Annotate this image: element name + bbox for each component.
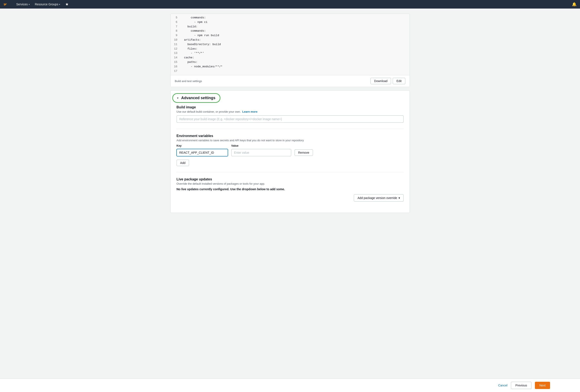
services-label: Services [16,2,28,6]
code-line: 17 [171,69,410,74]
line-number: 16 [171,65,181,69]
line-content: - npm ci [181,20,208,25]
code-line: 13 - '**/*' [171,51,410,56]
env-key-input[interactable] [177,149,228,156]
code-line: 8 commands: [171,29,410,33]
svg-text:aws: aws [4,3,7,5]
download-button[interactable]: Download [371,78,391,84]
build-image-desc: Use our default build container, or prov… [177,110,404,113]
live-package-updates-desc: Override the default installed versions … [177,182,404,185]
value-column-label: Value [231,144,291,147]
env-vars-header: Key Value [177,144,404,147]
line-content: - npm run build [181,33,219,38]
env-variables-desc: Add environment variables to save secret… [177,139,404,142]
learn-more-link[interactable]: Learn more [242,110,257,113]
env-variable-row: Remove [177,149,404,156]
line-content: build: [181,25,198,29]
env-value-input[interactable] [231,149,291,156]
services-chevron-icon: ▾ [29,3,30,5]
line-number: 17 [171,69,181,74]
add-package-container: Add package version override ▾ [177,194,404,202]
line-content: baseDirectory: build [181,42,221,47]
no-live-updates-text: No live updates currently configured. Us… [177,187,404,191]
aws-logo-icon[interactable]: aws [3,2,11,7]
live-package-updates-title: Live package updates [177,177,404,181]
line-number: 11 [171,42,181,47]
code-line: 15 paths: [171,60,410,65]
code-line: 10 artifacts: [171,38,410,42]
line-number: 12 [171,47,181,51]
line-number: 7 [171,25,181,29]
services-nav[interactable]: Services ▾ [16,2,30,6]
key-column-label: Key [177,144,228,147]
bell-icon[interactable]: 🔔 [572,2,577,7]
pin-icon[interactable]: ★ [65,2,69,7]
build-image-title: Build image [177,105,404,109]
code-line: 9 - npm run build [171,33,410,38]
add-package-dropdown-icon: ▾ [399,196,400,200]
live-package-updates-section: Live package updates Override the defaul… [177,177,404,202]
build-image-section: Build image Use our default build contai… [177,105,404,123]
next-button[interactable]: Next [535,382,550,389]
line-content: files: [181,47,198,51]
navbar: aws Services ▾ Resource Groups ▾ ★ 🔔 [0,0,580,8]
divider-1 [177,129,404,129]
line-content: commands: [181,16,206,20]
build-image-desc-text: Use our default build container, or prov… [177,110,241,113]
line-content: - node_modules/**/* [181,65,223,69]
line-number: 8 [171,29,181,33]
env-variables-section: Environment variables Add environment va… [177,134,404,166]
code-line: 6 - npm ci [171,20,410,25]
page-wrapper: 5 commands:6 - npm ci7 build:8 commands:… [141,14,440,233]
code-line: 7 build: [171,25,410,29]
line-number: 14 [171,56,181,60]
advanced-settings-card: ▼ Advanced settings Build image Use our … [170,90,410,213]
line-content: commands: [181,29,206,33]
line-number: 6 [171,20,181,25]
line-number: 15 [171,60,181,65]
line-number: 13 [171,51,181,56]
resource-groups-chevron-icon: ▾ [59,3,60,5]
env-variables-title: Environment variables [177,134,404,138]
build-settings-bar: Build and test settings Download Edit [171,75,410,87]
code-line: 11 baseDirectory: build [171,42,410,47]
edit-button[interactable]: Edit [393,78,405,84]
build-image-input[interactable] [177,116,404,123]
advanced-settings-header[interactable]: ▼ Advanced settings [177,96,215,100]
build-settings-label: Build and test settings [175,80,202,83]
add-button[interactable]: Add [177,160,189,166]
line-content: cache: [181,56,194,60]
code-line: 14 cache: [171,56,410,60]
line-number: 9 [171,33,181,38]
resource-groups-label: Resource Groups [35,2,58,6]
line-content: paths: [181,60,198,65]
resource-groups-nav[interactable]: Resource Groups ▾ [35,2,60,6]
page-footer: Cancel Previous Next [0,379,580,392]
line-content: artifacts: [181,38,201,42]
triangle-icon: ▼ [177,97,179,100]
line-number: 10 [171,38,181,42]
line-number: 5 [171,16,181,20]
line-content: - '**/*' [181,51,204,56]
code-line: 12 files: [171,47,410,51]
code-line: 16 - node_modules/**/* [171,65,410,69]
remove-button[interactable]: Remove [294,149,313,156]
advanced-settings-title: Advanced settings [181,96,215,100]
code-container: 5 commands:6 - npm ci7 build:8 commands:… [170,14,410,87]
cancel-link[interactable]: Cancel [498,384,508,387]
code-line: 5 commands: [171,16,410,20]
add-package-label: Add package version override [357,196,397,200]
code-block: 5 commands:6 - npm ci7 build:8 commands:… [171,14,410,75]
add-package-button[interactable]: Add package version override ▾ [354,194,403,202]
previous-button[interactable]: Previous [511,382,532,389]
build-settings-actions: Download Edit [371,78,405,84]
